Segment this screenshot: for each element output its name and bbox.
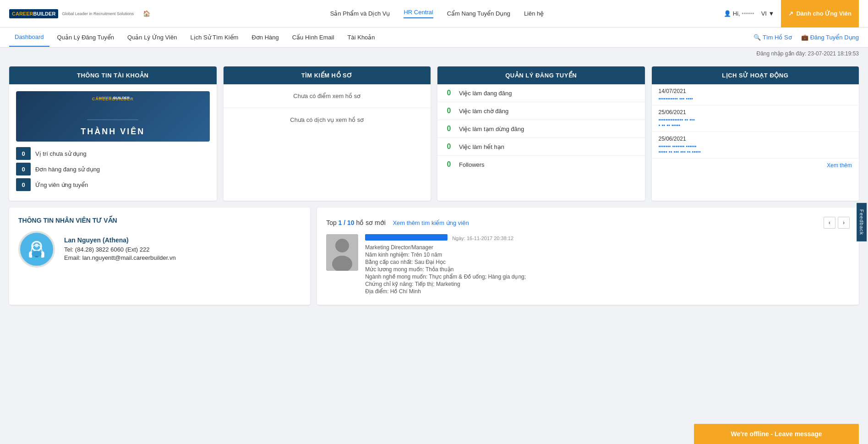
consultant-title: THÔNG TIN NHÂN VIÊN TƯ VẤN <box>18 217 301 224</box>
dang-tuyen-dung-link[interactable]: 💼 Đăng Tuyển Dụng <box>801 34 859 41</box>
nav-cam-nang[interactable]: Cẩm Nang Tuyển Dụng <box>447 10 510 17</box>
sec-nav-links: Dashboard Quản Lý Đăng Tuyển Quản Lý Ứng… <box>9 28 381 47</box>
stat-label-1: Đơn hàng đang sử dụng <box>35 166 100 173</box>
search-card-header: TÌM KIẾM HỒ SƠ <box>224 66 431 84</box>
mgmt-count-2: 0 <box>444 125 453 133</box>
next-resume-button[interactable]: › <box>838 217 850 229</box>
mgmt-item-1: 0 Việc làm chờ đăng <box>437 102 645 120</box>
headset-icon <box>25 238 48 261</box>
briefcase-icon: 💼 <box>801 34 808 41</box>
mgmt-count-1: 0 <box>444 107 453 115</box>
nav-cau-hinh-email[interactable]: Cấu Hình Email <box>287 28 340 46</box>
stat-label-0: Vị trí chưa sử dụng <box>35 150 87 157</box>
logo-tagline: Global Leader in Recruitment Solutions <box>62 11 134 16</box>
consultant-card: THÔNG TIN NHÂN VIÊN TƯ VẤN <box>9 208 310 305</box>
stat-row-1: 0 Đơn hàng đang sử dụng <box>16 163 210 175</box>
consultant-info: Lan Nguyen (Athena) Tel: (84.28) 3822 60… <box>64 236 176 263</box>
feedback-tab[interactable]: Feedback <box>857 203 867 241</box>
btn-danh-cho-ung-vien[interactable]: ↗ Dành cho Ứng Viên <box>781 0 859 27</box>
nav-don-hang[interactable]: Đơn Hàng <box>246 28 284 46</box>
search-icon: 🔍 <box>753 34 761 41</box>
resume-content: Ngày: 16-11-2017 20:38:12 Marketing Dire… <box>365 234 850 296</box>
main-content: THÔNG TIN TÀI KHOẢN CAREERBUILDER CAREER… <box>0 60 868 312</box>
resume-avatar <box>326 234 358 271</box>
mgmt-item-2: 0 Việc làm tạm dừng đăng <box>437 120 645 138</box>
resume-avatar-image <box>326 234 358 271</box>
hist-date-0: 14/07/2021 <box>659 88 852 94</box>
mgmt-label-1: Việc làm chờ đăng <box>459 108 508 115</box>
logo-area: CAREERBUILDER Global Leader in Recruitme… <box>9 9 134 18</box>
resume-location: Địa điểm: Hồ Chí Minh <box>365 288 850 295</box>
hist-item-2: 25/06/2021 ••••••• ••••••• ••••••••••• •… <box>652 132 859 159</box>
stat-badge-1: 0 <box>16 163 31 175</box>
resume-salary-desire: Mức lương mong muốn: Thỏa thuận <box>365 266 850 273</box>
nav-tai-khoan[interactable]: Tài Khoản <box>342 28 381 46</box>
xem-them-link[interactable]: Xem thêm <box>652 159 859 172</box>
resume-experience: Năm kinh nghiệm: Trên 10 năm <box>365 252 850 258</box>
nav-lien-he[interactable]: Liên hệ <box>524 10 544 17</box>
svg-point-6 <box>335 239 349 252</box>
login-date: Đăng nhập gần đây: 23-07-2021 18:19:53 <box>0 48 868 60</box>
mgmt-count-0: 0 <box>444 89 453 97</box>
history-card: LỊCH SỬ HOẠT ĐỘNG 14/07/2021 •••••••••••… <box>652 66 859 201</box>
resume-item: Ngày: 16-11-2017 20:38:12 Marketing Dire… <box>326 234 850 296</box>
consultant-avatar <box>18 231 55 268</box>
lang-selector[interactable]: VI ▼ <box>761 10 775 17</box>
hist-text-2: ••••••• ••••••• ••••••••••• •• ••• ••• •… <box>659 143 852 154</box>
nav-dashboard[interactable]: Dashboard <box>9 28 49 47</box>
hist-item-0: 14/07/2021 ••••••••••• ••• •••• <box>652 84 859 105</box>
mgmt-item-followers: 0 Followers <box>437 156 645 173</box>
search-item-1: Chưa có dịch vụ xem hồ sơ <box>224 108 431 132</box>
hist-date-1: 25/06/2021 <box>659 109 852 115</box>
nav-arrows: ‹ › <box>824 217 850 229</box>
stat-row-2: 0 Ứng viên ứng tuyển <box>16 178 210 191</box>
consultant-name: Lan Nguyen (Athena) <box>64 236 176 244</box>
management-card-body: 0 Việc làm đang đăng 0 Việc làm chờ đăng… <box>437 84 645 173</box>
view-more-candidates-link[interactable]: Xem thêm tìm kiếm ứng viên <box>393 219 469 226</box>
consultant-tel: Tel: (84.28) 3822 6060 (Ext) 222 <box>64 246 176 253</box>
consultant-body: Lan Nguyen (Athena) Tel: (84.28) 3822 60… <box>18 231 301 268</box>
nav-quan-ly-dang-tuyen[interactable]: Quản Lý Đăng Tuyển <box>52 28 120 46</box>
svg-rect-4 <box>35 256 38 258</box>
resumes-card: Top 1 / 10 hồ sơ mới Xem thêm tìm kiếm ứ… <box>317 208 859 305</box>
consultant-email: Email: lan.nguyentt@mail.careerbuilder.v… <box>64 254 176 261</box>
home-link[interactable]: 🏠 <box>143 10 150 17</box>
external-link-icon: ↗ <box>788 10 793 17</box>
resume-industry: Ngành nghề mong muốn: Thực phẩm & Đồ uốn… <box>365 274 850 280</box>
mgmt-item-3: 0 Việc làm hết hạn <box>437 138 645 156</box>
mgmt-count-followers: 0 <box>444 160 453 169</box>
top-nav-links: Sản Phẩm và Dịch Vụ HR Central Cẩm Nang … <box>150 9 724 18</box>
nav-quan-ly-ung-vien[interactable]: Quản Lý Ứng Viên <box>122 28 182 46</box>
search-card: TÌM KIẾM HỒ SƠ Chưa có điểm xem hồ sơ Ch… <box>224 66 431 201</box>
sec-nav-actions: 🔍 Tìm Hồ Sơ 💼 Đăng Tuyển Dụng <box>753 34 859 41</box>
nav-lich-su-tim-kiem[interactable]: Lịch Sử Tìm Kiếm <box>185 28 244 46</box>
top-navigation: CAREERBUILDER Global Leader in Recruitme… <box>0 0 868 27</box>
resume-skills: Chứng chỉ kỹ năng: Tiếp thị; Marketing <box>365 281 850 287</box>
person-silhouette <box>326 234 358 271</box>
hist-item-1: 25/06/2021 •••••••••••••• •• •••• •• •• … <box>652 105 859 132</box>
nav-hr-central[interactable]: HR Central <box>404 9 433 18</box>
svg-point-2 <box>32 251 42 257</box>
resumes-title: Top 1 / 10 hồ sơ mới Xem thêm tìm kiếm ứ… <box>326 219 469 226</box>
prev-resume-button[interactable]: ‹ <box>824 217 835 229</box>
nav-san-pham[interactable]: Sản Phẩm và Dịch Vụ <box>330 10 390 17</box>
hist-text-0: ••••••••••• ••• •••• <box>659 96 852 101</box>
account-card-header: THÔNG TIN TÀI KHOẢN <box>9 66 217 84</box>
user-greeting: 👤 Hi, •••••• <box>724 10 754 17</box>
search-item-0: Chưa có điểm xem hồ sơ <box>224 84 431 108</box>
management-card-header: QUẢN LÝ ĐĂNG TUYỂN <box>437 66 645 84</box>
management-card: QUẢN LÝ ĐĂNG TUYỂN 0 Việc làm đang đăng … <box>437 66 645 201</box>
resumes-header: Top 1 / 10 hồ sơ mới Xem thêm tìm kiếm ứ… <box>326 217 850 229</box>
home-icon: 🏠 <box>143 10 150 17</box>
mgmt-label-0: Việc làm đang đăng <box>459 90 512 97</box>
tim-ho-so-link[interactable]: 🔍 Tìm Hồ Sơ <box>753 34 792 41</box>
member-label: THÀNH VIÊN <box>81 127 145 137</box>
resume-date: Ngày: 16-11-2017 20:38:12 <box>452 236 513 241</box>
search-card-body: Chưa có điểm xem hồ sơ Chưa có dịch vụ x… <box>224 84 431 132</box>
history-card-header: LỊCH SỬ HOẠT ĐỘNG <box>652 66 859 84</box>
secondary-navigation: Dashboard Quản Lý Đăng Tuyển Quản Lý Ứng… <box>0 27 868 48</box>
mgmt-label-2: Việc làm tạm dừng đăng <box>459 126 524 132</box>
cards-row: THÔNG TIN TÀI KHOẢN CAREERBUILDER CAREER… <box>9 66 859 201</box>
account-card-body: CAREERBUILDER CAREER BUILDER THÀNH VIÊN … <box>9 84 217 201</box>
resume-degree: Bằng cấp cao nhất: Sau Đại Học <box>365 259 850 265</box>
